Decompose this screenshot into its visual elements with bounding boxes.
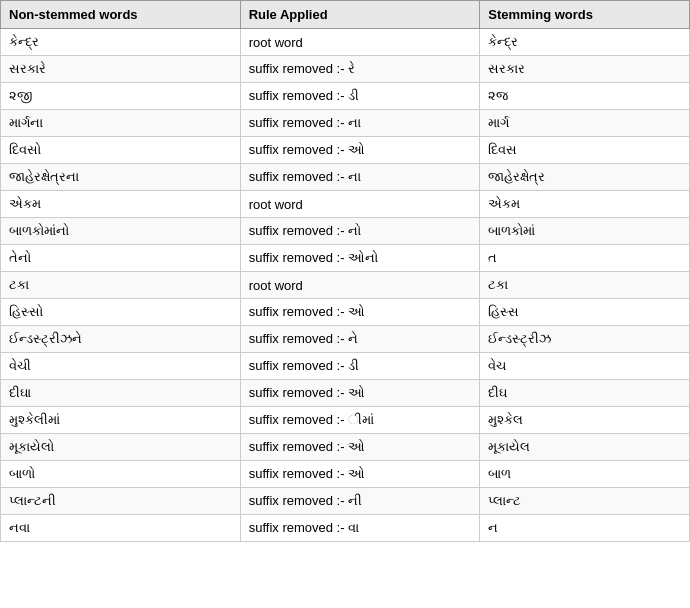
cell-stem: એકમ xyxy=(480,191,690,218)
cell-word: હિસ્સો xyxy=(1,299,241,326)
cell-word: એકમ xyxy=(1,191,241,218)
cell-word: નવા xyxy=(1,515,241,542)
cell-word: ઈન્ડસ્ટ્રીઝને xyxy=(1,326,241,353)
table-row: માર્ગનાsuffix removed :- નામાર્ગ xyxy=(1,110,690,137)
cell-stem: કેન્દ્ર xyxy=(480,29,690,56)
cell-stem: દીઘ xyxy=(480,380,690,407)
table-row: મુશ્કેલીમાંsuffix removed :- ીમાંમુશ્કેલ xyxy=(1,407,690,434)
header-rule-applied: Rule Applied xyxy=(240,1,480,29)
table-row: કેન્દ્રroot wordકેન્દ્ર xyxy=(1,29,690,56)
cell-word: મૂકાયેલો xyxy=(1,434,241,461)
cell-rule: suffix removed :- ડી xyxy=(240,353,480,380)
table-row: તેનોsuffix removed :- ઓનોત xyxy=(1,245,690,272)
cell-word: પ્લાન્ટની xyxy=(1,488,241,515)
table-row: પ્લાન્ટનીsuffix removed :- નીપ્લાન્ટ xyxy=(1,488,690,515)
table-row: ૨જીsuffix removed :- ડી૨જ xyxy=(1,83,690,110)
cell-word: ટકા xyxy=(1,272,241,299)
cell-rule: suffix removed :- ના xyxy=(240,110,480,137)
cell-stem: ઈન્ડસ્ટ્રીઝ xyxy=(480,326,690,353)
cell-rule: root word xyxy=(240,29,480,56)
cell-rule: suffix removed :- ના xyxy=(240,164,480,191)
header-non-stemmed: Non-stemmed words xyxy=(1,1,241,29)
cell-stem: બાળ xyxy=(480,461,690,488)
cell-word: ૨જી xyxy=(1,83,241,110)
table-row: દિવસોsuffix removed :- ઓદિવસ xyxy=(1,137,690,164)
table-row: એકમroot wordએકમ xyxy=(1,191,690,218)
cell-stem: દિવસ xyxy=(480,137,690,164)
cell-stem: મૂકાયેલ xyxy=(480,434,690,461)
cell-rule: suffix removed :- ઓનો xyxy=(240,245,480,272)
cell-word: બાળો xyxy=(1,461,241,488)
cell-word: કેન્દ્ર xyxy=(1,29,241,56)
cell-stem: ન xyxy=(480,515,690,542)
cell-stem: ૨જ xyxy=(480,83,690,110)
cell-rule: suffix removed :- નો xyxy=(240,218,480,245)
cell-rule: suffix removed :- ની xyxy=(240,488,480,515)
cell-rule: suffix removed :- ને xyxy=(240,326,480,353)
cell-stem: વેચ xyxy=(480,353,690,380)
table-row: મૂકાયેલોsuffix removed :- ઓમૂકાયેલ xyxy=(1,434,690,461)
cell-stem: પ્લાન્ટ xyxy=(480,488,690,515)
cell-rule: suffix removed :- ઓ xyxy=(240,434,480,461)
cell-rule: root word xyxy=(240,191,480,218)
table-row: ટકાroot wordટકા xyxy=(1,272,690,299)
table-row: જાહેરક્ષેત્રનાsuffix removed :- નાજાહેરક… xyxy=(1,164,690,191)
cell-word: તેનો xyxy=(1,245,241,272)
cell-word: દીઘા xyxy=(1,380,241,407)
cell-rule: suffix removed :- રે xyxy=(240,56,480,83)
cell-stem: હિસ્સ xyxy=(480,299,690,326)
table-row: દીઘાsuffix removed :- ઓદીઘ xyxy=(1,380,690,407)
table-row: સરકારેsuffix removed :- રેસરકાર xyxy=(1,56,690,83)
cell-word: જાહેરક્ષેત્રના xyxy=(1,164,241,191)
table-row: વેચીsuffix removed :- ડીવેચ xyxy=(1,353,690,380)
cell-stem: ટકા xyxy=(480,272,690,299)
cell-stem: બાળકોમાં xyxy=(480,218,690,245)
cell-rule: root word xyxy=(240,272,480,299)
cell-word: મુશ્કેલીમાં xyxy=(1,407,241,434)
cell-rule: suffix removed :- ઓ xyxy=(240,137,480,164)
cell-rule: suffix removed :- ઓ xyxy=(240,299,480,326)
cell-rule: suffix removed :- ીમાં xyxy=(240,407,480,434)
table-row: ઈન્ડસ્ટ્રીઝનેsuffix removed :- નેઈન્ડસ્ટ… xyxy=(1,326,690,353)
cell-stem: સરકાર xyxy=(480,56,690,83)
table-row: નવાsuffix removed :- વાન xyxy=(1,515,690,542)
cell-word: સરકારે xyxy=(1,56,241,83)
cell-rule: suffix removed :- ઓ xyxy=(240,461,480,488)
table-row: હિસ્સોsuffix removed :- ઓહિસ્સ xyxy=(1,299,690,326)
cell-word: માર્ગના xyxy=(1,110,241,137)
cell-stem: ત xyxy=(480,245,690,272)
cell-word: વેચી xyxy=(1,353,241,380)
header-stemming-words: Stemming words xyxy=(480,1,690,29)
cell-word: દિવસો xyxy=(1,137,241,164)
cell-rule: suffix removed :- ડી xyxy=(240,83,480,110)
cell-rule: suffix removed :- વા xyxy=(240,515,480,542)
cell-stem: માર્ગ xyxy=(480,110,690,137)
table-row: બાળકોમાંનોsuffix removed :- નોબાળકોમાં xyxy=(1,218,690,245)
cell-stem: મુશ્કેલ xyxy=(480,407,690,434)
cell-stem: જાહેરક્ષેત્ર xyxy=(480,164,690,191)
stemming-table: Non-stemmed words Rule Applied Stemming … xyxy=(0,0,690,542)
cell-word: બાળકોમાંનો xyxy=(1,218,241,245)
cell-rule: suffix removed :- ઓ xyxy=(240,380,480,407)
table-row: બાળોsuffix removed :- ઓબાળ xyxy=(1,461,690,488)
